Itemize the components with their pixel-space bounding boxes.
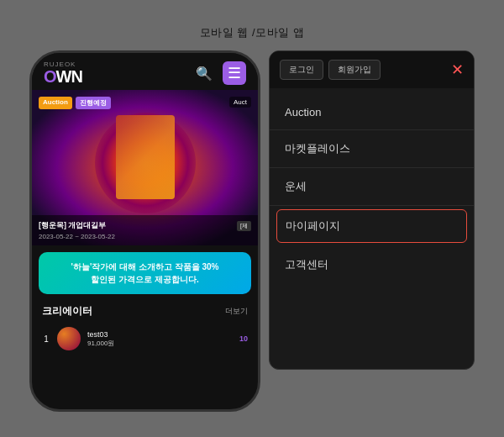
creator-item: 1 test03 91,000원 10 [42, 324, 248, 354]
panel-header: 로그인 회원가입 ✕ [270, 51, 474, 88]
page-title: 모바일 웹 /모바일 앱 [200, 25, 304, 40]
tag-upcoming: 진행예정 [76, 97, 111, 109]
signup-button[interactable]: 회원가입 [328, 60, 381, 80]
creator-list: 1 test03 91,000원 10 [32, 324, 258, 354]
menu-item-mypage[interactable]: 마이페이지 [276, 209, 467, 243]
promo-banner: '하늘'작가에 대해 소개하고 작품을 30%할인된 가격으로 제공합니다. [39, 252, 251, 294]
creator-price: 91,000원 [87, 339, 233, 348]
banner-badge: [제 [237, 221, 251, 231]
creator-rank: 1 [42, 334, 50, 344]
phone-left: RUJEOK OWN 🔍 ☰ Auction 진행예정 Au [29, 50, 260, 412]
banner-title-row: [행운목] 개업대길부 [제 [39, 220, 251, 231]
logo-name: OWN [44, 68, 82, 85]
header-icons: 🔍 ☰ [194, 61, 246, 85]
menu-item-marketplace[interactable]: 마켓플레이스 [270, 130, 474, 168]
search-button[interactable]: 🔍 [194, 64, 214, 83]
phone-header: RUJEOK OWN 🔍 ☰ [32, 53, 258, 90]
creator-count: 10 [239, 334, 248, 343]
menu-item-support[interactable]: 고객센터 [270, 246, 474, 283]
banner-area: Auction 진행예정 Auct [행운목] 개업대길부 [제 2023-05… [32, 90, 258, 245]
menu-list: Auction 마켓플레이스 운세 마이페이지 고객센터 [270, 88, 474, 369]
banner-art [116, 115, 175, 199]
banner-title: [행운목] 개업대길부 [39, 220, 107, 231]
tag-auction: Auction [39, 97, 72, 109]
tag-right: Auct [229, 97, 251, 108]
menu-item-fortune[interactable]: 운세 [270, 168, 474, 206]
creators-section-title: 크리에이터 [42, 304, 92, 319]
menu-button[interactable]: ☰ [223, 61, 246, 85]
close-button[interactable]: ✕ [451, 62, 464, 77]
creators-section-header: 크리에이터 더보기 [32, 301, 258, 324]
login-button[interactable]: 로그인 [280, 60, 323, 80]
panel-right: 로그인 회원가입 ✕ Auction 마켓플레이스 운세 마이페이지 고객센터 [269, 50, 475, 370]
banner-tags: Auction 진행예정 [39, 97, 111, 109]
auth-buttons: 로그인 회원가입 [280, 60, 381, 80]
phones-container: RUJEOK OWN 🔍 ☰ Auction 진행예정 Au [29, 50, 475, 412]
hamburger-icon: ☰ [228, 64, 241, 82]
creator-info: test03 91,000원 [87, 330, 233, 348]
banner-date: 2023-05-22 ~ 2023-05-22 [39, 233, 251, 240]
creator-name: test03 [87, 330, 233, 339]
creator-avatar [57, 327, 81, 350]
banner-info: [행운목] 개업대길부 [제 2023-05-22 ~ 2023-05-22 [32, 215, 258, 245]
menu-item-auction[interactable]: Auction [270, 95, 474, 130]
creators-more-button[interactable]: 더보기 [225, 306, 248, 317]
logo-area: RUJEOK OWN [44, 61, 82, 85]
